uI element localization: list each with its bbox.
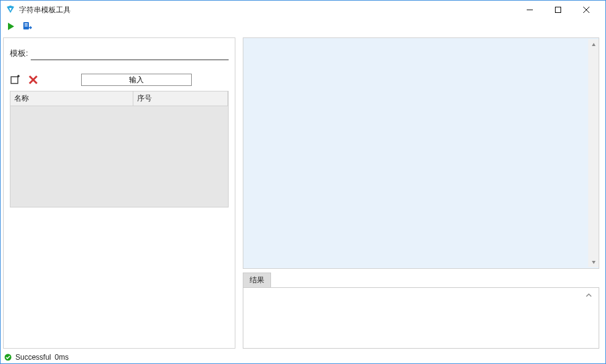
status-success-icon xyxy=(4,354,12,361)
column-header-index[interactable]: 序号 xyxy=(133,91,228,106)
svg-marker-14 xyxy=(592,43,596,46)
right-panel: 结果 xyxy=(243,37,599,349)
scroll-down-button[interactable] xyxy=(588,257,599,267)
tab-result[interactable]: 结果 xyxy=(243,273,271,287)
left-panel: 模板: 输入 名称 序号 xyxy=(3,37,235,349)
status-bar: Successful 0ms xyxy=(1,351,605,363)
scroll-track[interactable] xyxy=(588,50,599,257)
title-bar: 字符串模板工具 xyxy=(1,1,605,19)
status-text: Successful xyxy=(15,353,51,362)
delete-item-button[interactable] xyxy=(27,74,39,86)
maximize-button[interactable] xyxy=(544,1,572,19)
app-icon xyxy=(6,5,15,15)
toolbar xyxy=(1,19,605,34)
svg-marker-15 xyxy=(592,261,596,264)
column-header-name[interactable]: 名称 xyxy=(10,91,133,106)
scroll-up-button[interactable] xyxy=(588,39,599,50)
collapse-icon[interactable] xyxy=(585,292,592,301)
add-item-button[interactable] xyxy=(10,74,22,86)
result-output[interactable] xyxy=(243,287,599,349)
result-tabbar: 结果 xyxy=(243,273,599,287)
content-area: 模板: 输入 名称 序号 xyxy=(1,34,605,351)
preview-canvas[interactable] xyxy=(243,37,599,269)
svg-rect-8 xyxy=(25,26,28,26)
svg-rect-7 xyxy=(25,25,28,25)
run-button[interactable] xyxy=(6,21,17,32)
controls-row: 输入 xyxy=(10,74,229,86)
export-button[interactable] xyxy=(22,21,33,32)
status-time: 0ms xyxy=(55,353,69,362)
window-title: 字符串模板工具 xyxy=(19,5,71,15)
template-row: 模板: xyxy=(10,48,229,60)
items-grid[interactable]: 名称 序号 xyxy=(10,91,229,207)
grid-header: 名称 序号 xyxy=(10,91,228,106)
input-button[interactable]: 输入 xyxy=(81,74,192,86)
svg-rect-6 xyxy=(25,23,28,24)
svg-rect-1 xyxy=(556,7,561,13)
template-label: 模板: xyxy=(10,48,28,60)
template-input[interactable] xyxy=(31,48,229,60)
close-button[interactable] xyxy=(572,1,600,19)
vertical-scrollbar[interactable] xyxy=(588,39,599,267)
svg-rect-9 xyxy=(11,77,18,83)
svg-marker-4 xyxy=(8,23,14,30)
minimize-button[interactable] xyxy=(516,1,544,19)
